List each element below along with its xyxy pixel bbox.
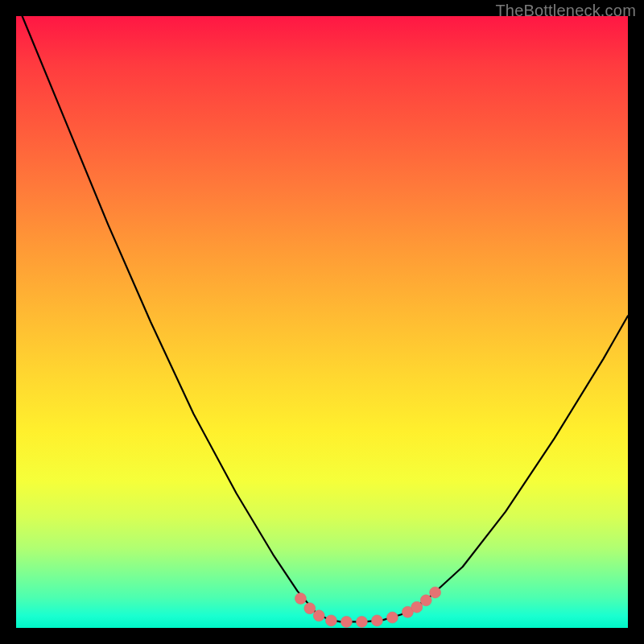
data-marker — [371, 615, 382, 626]
plot-area — [16, 16, 628, 628]
data-marker — [313, 610, 324, 621]
data-marker — [356, 616, 367, 627]
bottleneck-curve — [23, 16, 628, 621]
data-marker — [430, 587, 441, 598]
data-marker — [386, 612, 398, 623]
chart-frame: TheBottleneck.com — [0, 0, 644, 644]
data-marker — [411, 601, 423, 613]
data-marker — [341, 616, 352, 627]
data-marker — [304, 603, 316, 614]
data-marker — [295, 593, 306, 605]
data-marker — [325, 615, 336, 626]
data-marker — [420, 595, 431, 606]
chart-svg — [16, 16, 628, 628]
